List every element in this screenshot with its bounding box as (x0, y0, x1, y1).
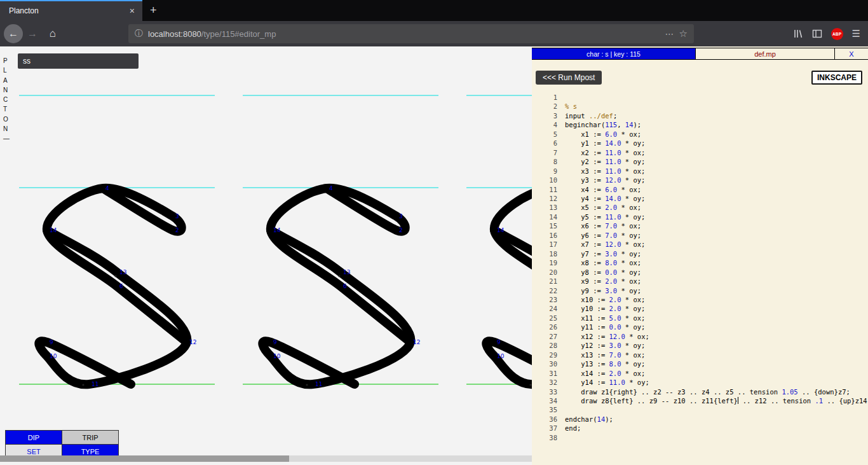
browser-tab[interactable]: Plancton × (0, 0, 142, 21)
code-text (565, 433, 569, 442)
hamburger-menu-icon[interactable]: ☰ (852, 28, 860, 39)
code-line[interactable]: 4beginchar(115, 14); (536, 120, 868, 129)
code-line[interactable]: 8 y2 := 11.0 * oy; (536, 157, 868, 166)
dip-button[interactable]: DIP (6, 431, 62, 445)
code-line[interactable]: 11 x4 := 6.0 * ox; (536, 185, 868, 194)
scrollbar-thumb[interactable] (0, 455, 289, 462)
code-line[interactable]: 35 (536, 405, 868, 414)
char-status-bar[interactable]: char : s | key : 115 (532, 48, 695, 59)
trip-button[interactable]: TRIP (62, 431, 119, 445)
code-line[interactable]: 30 y13 := 8.0 * oy; (536, 359, 868, 368)
point-label: 11 (315, 381, 322, 387)
code-line[interactable]: 28 y12 := 3.0 * oy; (536, 341, 868, 350)
line-number: 20 (536, 268, 557, 277)
point-label: 14 (273, 227, 281, 233)
line-number: 16 (536, 231, 557, 240)
line-number: 24 (536, 304, 557, 313)
code-line[interactable]: 38 (536, 433, 868, 442)
line-number: 29 (536, 350, 557, 359)
code-line[interactable]: 13 x5 := 2.0 * ox; (536, 203, 868, 212)
editor-close-button[interactable]: X (835, 48, 868, 59)
site-info-icon[interactable]: ⓘ (135, 28, 143, 39)
bookmark-star-icon[interactable]: ☆ (679, 28, 688, 39)
code-line[interactable]: 27 x12 := 12.0 * ox; (536, 332, 868, 341)
line-number: 12 (536, 194, 557, 203)
point-label: 10 (50, 353, 57, 359)
run-mpost-button[interactable]: <<< Run Mpost (536, 71, 602, 85)
horizontal-scrollbar[interactable] (0, 455, 532, 462)
code-line[interactable]: 10 y3 := 12.0 * oy; (536, 176, 868, 184)
code-line[interactable]: 23 x10 := 2.0 * ox; (536, 295, 868, 304)
point-label: 4 (105, 185, 109, 191)
code-line[interactable]: 12 y4 := 14.0 * oy; (536, 194, 868, 203)
line-number: 9 (536, 167, 557, 176)
code-line[interactable]: 6 y1 := 14.0 * oy; (536, 139, 868, 148)
line-number: 32 (536, 378, 557, 387)
code-lines[interactable]: 1 2% s3input ../def;4beginchar(115, 14);… (532, 93, 868, 442)
line-number: 38 (536, 433, 557, 442)
code-text: y12 := 3.0 * oy; (565, 341, 645, 350)
inkscape-button[interactable]: INKSCAPE (811, 71, 862, 85)
code-text: draw z8{left} .. z9 -- z10 .. z11{left} … (565, 396, 868, 405)
code-line[interactable]: 14 y5 := 11.0 * oy; (536, 212, 868, 221)
code-text: x12 := 12.0 * ox; (565, 332, 649, 341)
code-line[interactable]: 34 draw z8{left} .. z9 -- z10 .. z11{lef… (536, 396, 868, 405)
sidebar-toggle-icon[interactable] (812, 29, 822, 39)
code-line[interactable]: 16 y6 := 7.0 * oy; (536, 231, 868, 240)
url-bar[interactable]: ⓘ localhost:8080/type/115#editor_mp ⋯ ☆ (128, 24, 694, 43)
code-text: % s (565, 102, 577, 111)
point-label: 13 (343, 269, 350, 275)
tab-def-mp[interactable]: def.mp (696, 48, 834, 59)
code-text: y3 := 12.0 * oy; (565, 176, 645, 184)
editor-header: char : s | key : 115 def.mp X (532, 48, 868, 60)
code-line[interactable]: 20 y8 := 0.0 * oy; (536, 268, 868, 277)
back-button[interactable]: ← (4, 24, 23, 43)
code-line[interactable]: 37end; (536, 424, 868, 433)
code-line[interactable]: 2% s (536, 102, 868, 111)
code-line[interactable]: 18 y7 := 3.0 * oy; (536, 249, 868, 258)
code-line[interactable]: 32 y14 := 11.0 * oy; (536, 378, 868, 387)
code-text: x11 := 5.0 * ox; (565, 314, 645, 323)
adblock-plus-icon[interactable]: ABP (831, 28, 843, 40)
line-number: 17 (536, 240, 557, 249)
code-line[interactable]: 9 x3 := 11.0 * ox; (536, 167, 868, 176)
code-line[interactable]: 25 x11 := 5.0 * ox; (536, 314, 868, 323)
code-text: x8 := 8.0 * ox; (565, 258, 641, 267)
line-number: 18 (536, 249, 557, 258)
code-line[interactable]: 1 (536, 93, 868, 102)
code-text: x2 := 11.0 * ox; (565, 148, 645, 157)
code-line[interactable]: 31 x14 := 2.0 * ox; (536, 369, 868, 378)
code-line[interactable]: 3input ../def; (536, 111, 868, 120)
code-text: y13 := 8.0 * oy; (565, 359, 645, 368)
code-line[interactable]: 15 x6 := 7.0 * ox; (536, 221, 868, 230)
page-content: PLANCTON— 432141369101112432141369101112… (0, 46, 868, 465)
close-tab-icon[interactable]: × (126, 5, 139, 17)
code-line[interactable]: 5 x1 := 6.0 * ox; (536, 130, 868, 139)
code-text: y10 := 2.0 * oy; (565, 304, 645, 313)
code-line[interactable]: 22 y9 := 3.0 * oy; (536, 286, 868, 295)
line-number: 14 (536, 212, 557, 221)
code-line[interactable]: 36endchar(14); (536, 415, 868, 424)
forward-button[interactable]: → (23, 24, 42, 43)
code-text: end; (565, 424, 581, 433)
code-line[interactable]: 17 x7 := 12.0 * ox; (536, 240, 868, 249)
home-button[interactable]: ⌂ (43, 24, 62, 43)
new-tab-button[interactable]: + (142, 0, 165, 21)
code-line[interactable]: 19 x8 := 8.0 * ox; (536, 258, 868, 267)
code-line[interactable]: 29 x13 := 7.0 * ox; (536, 350, 868, 359)
line-number: 13 (536, 203, 557, 212)
code-line[interactable]: 33 draw z1{right} .. z2 -- z3 .. z4 .. z… (536, 387, 868, 396)
point-label: 9 (273, 339, 277, 345)
page-actions-icon[interactable]: ⋯ (665, 29, 674, 39)
line-number: 21 (536, 277, 557, 286)
url-path: /type/115#editor_mp (201, 29, 276, 39)
library-icon[interactable] (793, 29, 803, 39)
url-text: localhost:8080/type/115#editor_mp (148, 29, 660, 39)
code-line[interactable]: 7 x2 := 11.0 * ox; (536, 148, 868, 157)
code-text: x14 := 2.0 * ox; (565, 369, 645, 378)
code-text (565, 405, 569, 414)
code-line[interactable]: 26 y11 := 0.0 * oy; (536, 323, 868, 331)
point-label: 4 (329, 185, 333, 191)
code-line[interactable]: 24 y10 := 2.0 * oy; (536, 304, 868, 313)
code-line[interactable]: 21 x9 := 2.0 * ox; (536, 277, 868, 286)
